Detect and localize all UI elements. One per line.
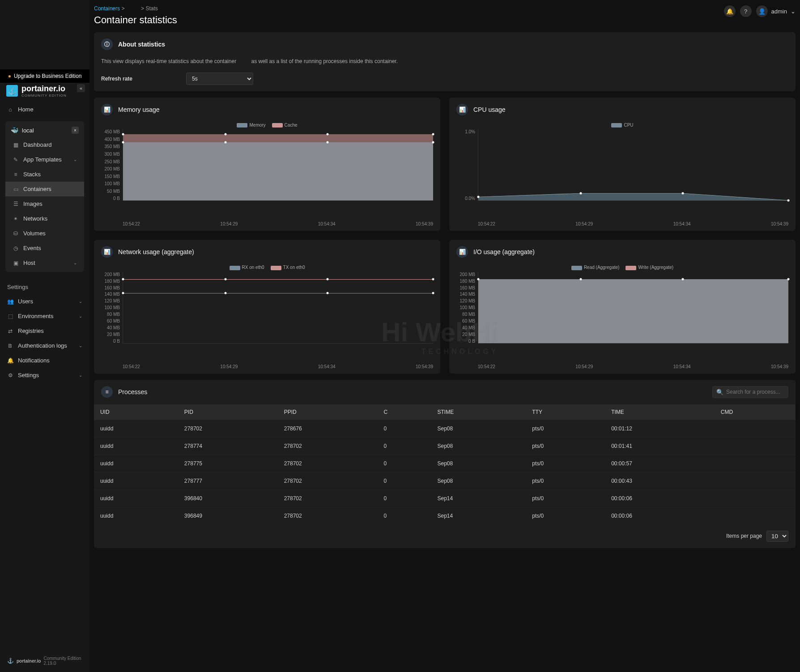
- cell-cmd: [715, 489, 796, 507]
- gear-icon: ⚙: [7, 372, 13, 379]
- settings-environments[interactable]: ⬚ Environments ⌄: [0, 309, 89, 323]
- cpu-chart-title: CPU usage: [473, 106, 506, 113]
- environment-header[interactable]: 🐳 local ×: [5, 123, 84, 137]
- table-row[interactable]: uuidd2787022786760Sep08pts/000:01:12: [94, 420, 796, 437]
- menu-events-label: Events: [23, 245, 41, 251]
- cell-ppid: 278702: [278, 455, 378, 472]
- y-axis: 1.0% 0.0%: [456, 129, 478, 201]
- help-button[interactable]: ?: [740, 5, 752, 17]
- cell-stime: Sep08: [431, 437, 526, 455]
- templates-icon: ✎: [13, 157, 19, 163]
- settings-users[interactable]: 👥 Users ⌄: [0, 294, 89, 309]
- cell-pid: 278777: [178, 472, 278, 489]
- chevron-down-icon: ⌄: [79, 314, 82, 319]
- nav-home-label: Home: [18, 106, 34, 113]
- menu-app-templates-label: App Templates: [23, 156, 62, 163]
- col-pid[interactable]: PID: [178, 404, 278, 420]
- menu-app-templates[interactable]: ✎ App Templates ⌄: [5, 152, 84, 167]
- cell-c: 0: [377, 437, 431, 455]
- table-row[interactable]: uuidd3968492787020Sep14pts/000:00:06: [94, 507, 796, 524]
- environment-close-button[interactable]: ×: [72, 127, 79, 134]
- col-c[interactable]: C: [377, 404, 431, 420]
- search-icon: 🔍: [716, 389, 723, 396]
- menu-events[interactable]: ◷ Events: [5, 241, 84, 255]
- events-icon: ◷: [13, 245, 19, 251]
- cell-uid: uuidd: [94, 489, 178, 507]
- cell-stime: Sep08: [431, 420, 526, 437]
- user-menu[interactable]: 👤 admin ⌄: [756, 5, 796, 17]
- table-row[interactable]: uuidd2787742787020Sep08pts/000:01:41: [94, 437, 796, 455]
- process-search-input[interactable]: [726, 389, 784, 395]
- environment-panel: 🐳 local × ▦ Dashboard ✎ App Templates ⌄ …: [5, 121, 84, 272]
- sidebar: Upgrade to Business Edition ⚓ portainer.…: [0, 0, 89, 672]
- environments-icon: ⬚: [7, 313, 13, 319]
- table-row[interactable]: uuidd3968402787020Sep14pts/000:00:06: [94, 489, 796, 507]
- network-plot: [123, 272, 433, 344]
- settings-settings[interactable]: ⚙ Settings ⌄: [0, 368, 89, 383]
- legend-rx: RX on eth0: [242, 265, 264, 270]
- about-description: This view displays real-time statistics …: [101, 58, 788, 64]
- settings-auth-logs-label: Authentication logs: [18, 342, 67, 349]
- cell-c: 0: [377, 507, 431, 524]
- refresh-select[interactable]: 5s: [186, 72, 253, 85]
- cell-uid: uuidd: [94, 472, 178, 489]
- crumb-sep: >: [121, 5, 124, 12]
- col-time[interactable]: TIME: [605, 404, 715, 420]
- cell-uid: uuidd: [94, 420, 178, 437]
- legend-swatch: [272, 123, 283, 128]
- cell-ppid: 278702: [278, 489, 378, 507]
- menu-networks[interactable]: ✴ Networks: [5, 211, 84, 226]
- docker-icon: 🐳: [11, 127, 18, 134]
- legend-read: Read (Aggregate): [584, 265, 620, 270]
- col-stime[interactable]: STIME: [431, 404, 526, 420]
- process-search[interactable]: 🔍: [712, 386, 788, 398]
- chart-icon: 📊: [456, 246, 468, 258]
- cell-tty: pts/0: [526, 420, 605, 437]
- items-per-page-select[interactable]: 10: [766, 531, 788, 542]
- menu-containers[interactable]: ▭ Containers: [5, 182, 84, 196]
- col-uid[interactable]: UID: [94, 404, 178, 420]
- about-desc-suffix: as well as a list of the running process…: [251, 58, 398, 64]
- cell-c: 0: [377, 455, 431, 472]
- x-axis: 10:54:2210:54:2910:54:3410:54:39: [456, 362, 788, 369]
- cell-pid: 278775: [178, 455, 278, 472]
- settings-registries-label: Registries: [18, 327, 44, 334]
- x-axis: 10:54:2210:54:2910:54:3410:54:39: [101, 219, 433, 226]
- menu-images[interactable]: ☰ Images: [5, 196, 84, 211]
- col-ppid[interactable]: PPID: [278, 404, 378, 420]
- col-tty[interactable]: TTY: [526, 404, 605, 420]
- legend-swatch: [611, 123, 622, 128]
- x-axis: 10:54:2210:54:2910:54:3410:54:39: [456, 219, 788, 226]
- cell-c: 0: [377, 420, 431, 437]
- chevron-down-icon: ⌄: [79, 343, 82, 348]
- notifications-button[interactable]: 🔔: [724, 5, 736, 17]
- settings-notifications[interactable]: 🔔 Notifications: [0, 353, 89, 368]
- svg-marker-0: [478, 193, 788, 200]
- cell-time: 00:00:06: [605, 507, 715, 524]
- table-row[interactable]: uuidd2787752787020Sep08pts/000:00:57: [94, 455, 796, 472]
- col-cmd[interactable]: CMD: [715, 404, 796, 420]
- cell-time: 00:00:06: [605, 489, 715, 507]
- menu-volumes[interactable]: ⛁ Volumes: [5, 226, 84, 241]
- chart-icon: 📊: [101, 104, 113, 115]
- menu-host[interactable]: ▣ Host ⌄: [5, 255, 84, 270]
- menu-stacks[interactable]: ≡ Stacks: [5, 167, 84, 182]
- settings-registries[interactable]: ⇄ Registries: [0, 323, 89, 338]
- processes-title: Processes: [118, 388, 147, 396]
- table-row[interactable]: uuidd2787772787020Sep08pts/000:00:43: [94, 472, 796, 489]
- menu-dashboard-label: Dashboard: [23, 141, 52, 148]
- about-desc-prefix: This view displays real-time statistics …: [101, 58, 236, 64]
- nav-home[interactable]: ⌂ Home: [0, 102, 89, 117]
- cell-time: 00:00:43: [605, 472, 715, 489]
- cell-tty: pts/0: [526, 437, 605, 455]
- cpu-plot: [478, 129, 788, 201]
- user-avatar-icon: 👤: [756, 5, 768, 17]
- about-panel: ⓘ About statistics This view displays re…: [94, 32, 796, 91]
- settings-auth-logs[interactable]: 🗎 Authentication logs ⌄: [0, 338, 89, 353]
- legend-cpu: CPU: [624, 123, 633, 128]
- processes-panel: ≡ Processes 🔍 UID PID PPID C STIME TTY T…: [94, 380, 796, 548]
- y-axis: 200 MB180 MB160 MB140 MB120 MB100 MB80 M…: [101, 272, 123, 344]
- menu-dashboard[interactable]: ▦ Dashboard: [5, 137, 84, 152]
- sidebar-collapse-button[interactable]: «: [77, 84, 85, 92]
- crumb-containers[interactable]: Containers: [94, 5, 120, 12]
